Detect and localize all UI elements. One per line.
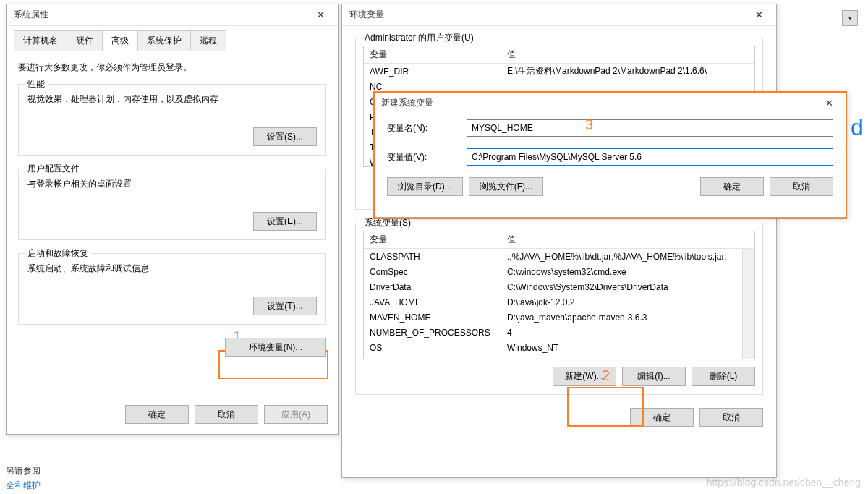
new-system-variable-dialog: 新建系统变量 ✕ 变量名(N): 变量值(V): 浏览目录(D)... 浏览文件…	[373, 91, 847, 218]
bg-partial-letter: d	[851, 114, 868, 141]
user-profiles-group: 用户配置文件 与登录帐户相关的桌面设置 设置(E)...	[18, 169, 326, 240]
sysprops-cancel-button[interactable]: 取消	[195, 405, 258, 424]
sys-new-button[interactable]: 新建(W)...	[553, 367, 616, 386]
startup-recovery-legend: 启动和故障恢复	[25, 247, 91, 260]
user-profiles-desc: 与登录帐户相关的桌面设置	[27, 178, 317, 190]
envvars-title: 环境变量	[349, 9, 384, 21]
startup-recovery-desc: 系统启动、系统故障和调试信息	[27, 263, 317, 275]
sys-vars-table[interactable]: 变量 值 CLASSPATH.;%JAVA_HOME%\lib\dt.jar;%…	[363, 231, 755, 359]
var-value-label: 变量值(V):	[387, 151, 467, 163]
table-row[interactable]: AWE_DIRE:\生活资料\MarkdownPad 2\MarkdownPad…	[364, 64, 754, 79]
var-value-input[interactable]	[467, 148, 833, 166]
table-row[interactable]: NUMBER_OF_PROCESSORS4	[364, 325, 754, 340]
system-properties-dialog: 系统属性 ✕ 计算机名 硬件 高级 系统保护 远程 要进行大多数更改，你必须作为…	[6, 4, 339, 435]
tab-advanced-body: 要进行大多数更改，你必须作为管理员登录。 性能 视觉效果，处理器计划，内存使用，…	[14, 51, 331, 357]
startup-recovery-settings-button[interactable]: 设置(T)...	[253, 297, 317, 315]
newvar-title: 新建系统变量	[381, 97, 433, 109]
performance-legend: 性能	[25, 78, 48, 90]
performance-settings-button[interactable]: 设置(S)...	[253, 127, 317, 146]
browse-file-button[interactable]: 浏览文件(F)...	[469, 177, 543, 196]
performance-desc: 视觉效果，处理器计划，内存使用，以及虚拟内存	[27, 93, 317, 106]
tab-advanced[interactable]: 高级	[102, 30, 138, 51]
see-also-label: 另请参阅	[6, 465, 41, 477]
table-row[interactable]: MAVEN_HOMED:\java_maven\apache-maven-3.6…	[364, 310, 754, 325]
sysprops-title: 系统属性	[14, 9, 48, 21]
newvar-titlebar: 新建系统变量 ✕	[374, 92, 846, 114]
sys-col-val[interactable]: 值	[501, 231, 754, 248]
newvar-cancel-button[interactable]: 取消	[770, 177, 833, 196]
table-row[interactable]: JAVA_HOMED:\java\jdk-12.0.2	[364, 294, 754, 310]
user-profiles-settings-button[interactable]: 设置(E)...	[253, 212, 317, 231]
table-row[interactable]: ComSpecC:\windows\system32\cmd.exe	[364, 264, 754, 279]
sysprops-tabs: 计算机名 硬件 高级 系统保护 远程	[7, 26, 338, 51]
sysprops-titlebar: 系统属性 ✕	[7, 4, 338, 26]
envvars-ok-button[interactable]: 确定	[630, 408, 694, 427]
table-row[interactable]: DriverDataC:\Windows\System32\Drivers\Dr…	[364, 279, 754, 294]
close-icon[interactable]: ✕	[817, 94, 841, 111]
user-vars-legend: Administrator 的用户变量(U)	[362, 32, 477, 44]
user-col-var[interactable]: 变量	[364, 46, 501, 63]
environment-variables-button[interactable]: 环境变量(N)...	[225, 338, 326, 357]
sys-delete-button[interactable]: 删除(L)	[692, 367, 755, 386]
performance-group: 性能 视觉效果，处理器计划，内存使用，以及虚拟内存 设置(S)...	[18, 84, 326, 156]
bg-dropdown-chevron[interactable]: ▾	[842, 10, 858, 26]
tab-remote[interactable]: 远程	[190, 30, 226, 51]
var-name-input[interactable]	[467, 119, 833, 137]
tab-system-protection[interactable]: 系统保护	[137, 30, 191, 51]
tab-computer-name[interactable]: 计算机名	[14, 30, 67, 51]
watermark-text: https://blog.csdn.net/chen__cheng	[707, 477, 861, 488]
sysprops-ok-button[interactable]: 确定	[125, 405, 189, 424]
user-col-val[interactable]: 值	[501, 46, 754, 63]
var-name-label: 变量名(N):	[387, 122, 467, 135]
sys-edit-button[interactable]: 编辑(I)...	[622, 367, 686, 386]
tab-hardware[interactable]: 硬件	[67, 30, 103, 51]
table-row[interactable]: OSWindows_NT	[364, 340, 754, 355]
user-profiles-legend: 用户配置文件	[25, 163, 82, 175]
newvar-ok-button[interactable]: 确定	[700, 177, 764, 196]
sysprops-apply-button[interactable]: 应用(A)	[264, 405, 328, 424]
close-icon[interactable]: ✕	[747, 7, 770, 24]
sys-vars-group: 系统变量(S) 变量 值 CLASSPATH.;%JAVA_HOME%\lib\…	[355, 223, 763, 395]
browse-directory-button[interactable]: 浏览目录(D)...	[387, 177, 463, 196]
envvars-cancel-button[interactable]: 取消	[699, 408, 763, 427]
close-icon[interactable]: ✕	[309, 7, 332, 24]
sys-col-var[interactable]: 变量	[364, 231, 501, 248]
startup-recovery-group: 启动和故障恢复 系统启动、系统故障和调试信息 设置(T)...	[18, 253, 326, 325]
sys-vars-legend: 系统变量(S)	[362, 217, 414, 229]
sysprops-bottom-buttons: 确定 取消 应用(A)	[125, 405, 328, 424]
scrollbar[interactable]	[742, 249, 754, 359]
environment-variables-dialog: 环境变量 ✕ Administrator 的用户变量(U) 变量 值 AWE_D…	[341, 4, 777, 478]
admin-note: 要进行大多数更改，你必须作为管理员登录。	[18, 61, 326, 74]
security-maintenance-link[interactable]: 全和维护	[6, 480, 41, 492]
table-row[interactable]: CLASSPATH.;%JAVA_HOME%\lib\dt.jar;%JAVA_…	[364, 249, 754, 264]
envvars-titlebar: 环境变量 ✕	[342, 4, 776, 26]
